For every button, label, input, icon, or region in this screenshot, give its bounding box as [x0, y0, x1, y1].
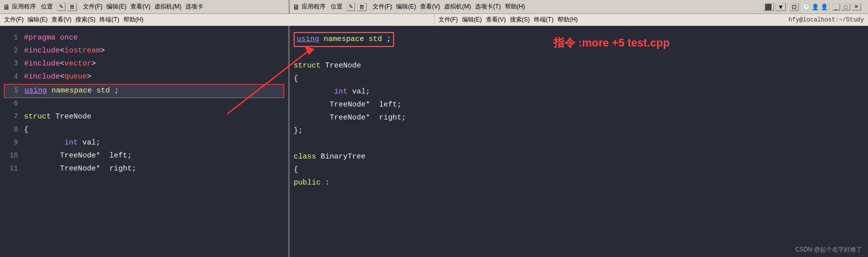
code-line-2: 2 #include<iostream>	[4, 45, 284, 58]
using-namespace-box: using namespace std ;	[294, 32, 394, 47]
rm-view[interactable]: 查看(V)	[486, 16, 506, 24]
rm-search[interactable]: 搜索(S)	[510, 16, 530, 24]
right-second-menu: 文件(F) 编辑(E) 查看(V) 搜索(S) 终端(T) 帮助(H) hfy@…	[434, 14, 868, 26]
tb-sep-2	[800, 2, 801, 12]
tb-btn-person[interactable]: 👤	[812, 4, 819, 10]
right-line-int-val: int val;	[294, 86, 533, 99]
tb-icon-2[interactable]: 🖹	[67, 3, 77, 11]
tb-sep-1	[787, 2, 788, 12]
tb-btn-r3[interactable]: ⊡	[790, 3, 799, 11]
right-line-class: class BinaryTree	[294, 151, 533, 164]
menu-file-left[interactable]: 文件(F)	[83, 2, 102, 11]
right-line-brace-close: };	[294, 125, 533, 138]
menu-tab-left[interactable]: 选项卡	[185, 2, 203, 11]
lm-help[interactable]: 帮助(H)	[123, 16, 144, 24]
right-line-brace-open: {	[294, 73, 533, 86]
code-line-1: 1 #pragma once	[4, 32, 284, 45]
left-code-editor: 1 #pragma once 2 #include<iostream> 3 #i…	[0, 26, 290, 257]
menu-edit-left[interactable]: 编辑(E)	[106, 2, 126, 11]
app-icon-right: 🖥	[293, 3, 300, 11]
right-line-public: public :	[294, 177, 533, 190]
menu-tab-right[interactable]: 选项卡(T)	[475, 2, 500, 11]
code-line-10: 10 TreeNode* left;	[4, 150, 284, 163]
rm-file[interactable]: 文件(F)	[438, 16, 458, 24]
right-code-editor: using namespace std ;	[290, 26, 868, 257]
code-line-3: 3 #include<vector>	[4, 58, 284, 71]
menu-vm-right[interactable]: 虚拟机(M)	[444, 2, 471, 11]
tb-btn-r1[interactable]: ⬛	[763, 3, 774, 11]
left-menubar: 🖥 应用程序 位置 ✎ 🖹 文件(F) 编辑(E) 查看(V) 虚拟机(M) 选…	[0, 0, 290, 14]
right-line-left: TreeNode* left;	[294, 99, 533, 112]
tb-icon-1[interactable]: ✎	[57, 2, 65, 11]
app-label-left[interactable]: 应用程序	[12, 2, 36, 11]
code-line-11: 11 TreeNode* right;	[4, 163, 284, 176]
code-line-4: 4 #include<queue>	[4, 71, 284, 84]
right-line-using: using namespace std ;	[294, 32, 533, 47]
right-line-right: TreeNode* right;	[294, 112, 533, 125]
lm-edit[interactable]: 编辑(E)	[27, 16, 47, 24]
rm-terminal[interactable]: 终端(T)	[534, 16, 553, 24]
rm-edit[interactable]: 编辑(E)	[462, 16, 482, 24]
win-minimize[interactable]: _	[832, 4, 840, 10]
code-line-8: 8 {	[4, 124, 284, 137]
user-info: hfy@localhost:~/Study	[789, 16, 864, 24]
win-close[interactable]: ✕	[852, 3, 861, 10]
app-icon-left: 🖥	[3, 3, 10, 11]
tb-btn-r2[interactable]: ▼	[776, 3, 786, 11]
right-line-empty2	[294, 138, 533, 151]
lm-search[interactable]: 搜索(S)	[75, 16, 95, 24]
menu-file-right[interactable]: 文件(F)	[373, 2, 392, 11]
menu-help-right[interactable]: 帮助(H)	[505, 2, 525, 11]
right-menubar: 🖥 应用程序 位置 ✎ 🖹 文件(F) 编辑(E) 查看(V) 虚拟机(M) 选…	[290, 0, 868, 14]
left-second-menu: 文件(F) 编辑(E) 查看(V) 搜索(S) 终端(T) 帮助(H)	[0, 14, 434, 26]
code-line-5-highlighted: 5 using namespace std ;	[4, 84, 284, 98]
right-line-struct: struct TreeNode	[294, 60, 533, 73]
menu-view-left[interactable]: 查看(V)	[130, 2, 150, 11]
right-line-empty	[294, 47, 533, 60]
lm-file[interactable]: 文件(F)	[4, 16, 23, 24]
tb-btn-person2[interactable]: 👤	[821, 4, 828, 10]
win-maximize[interactable]: □	[842, 4, 850, 10]
instruction-text: 指令 :more +5 test.cpp	[553, 34, 670, 52]
lm-terminal[interactable]: 终端(T)	[99, 16, 119, 24]
tb-icons-right-group: ⬛ ▼ ⊡ 🕐 👤 👤 _ □ ✕	[763, 2, 861, 12]
lm-view[interactable]: 查看(V)	[51, 16, 71, 24]
right-line-class-brace: {	[294, 164, 533, 177]
rm-help[interactable]: 帮助(H)	[557, 16, 578, 24]
menu-view-right[interactable]: 查看(V)	[420, 2, 440, 11]
code-line-9: 9 int val;	[4, 137, 284, 150]
menu-vm-left[interactable]: 虚拟机(M)	[154, 2, 181, 11]
tb-btn-clock[interactable]: 🕐	[803, 4, 810, 10]
app-label-right[interactable]: 应用程序	[302, 2, 326, 11]
tb-icon-r2[interactable]: 🖹	[357, 3, 367, 11]
tb-sep-3	[830, 2, 831, 12]
menu-edit-right[interactable]: 编辑(E)	[396, 2, 416, 11]
tb-icon-r1[interactable]: ✎	[347, 2, 355, 11]
position-label-left[interactable]: 位置	[41, 2, 53, 11]
position-label-right[interactable]: 位置	[331, 2, 343, 11]
code-line-7: 7 struct TreeNode	[4, 111, 284, 124]
code-line-6: 6	[4, 98, 284, 111]
watermark: CSDN @起个名字好难了	[795, 246, 862, 254]
